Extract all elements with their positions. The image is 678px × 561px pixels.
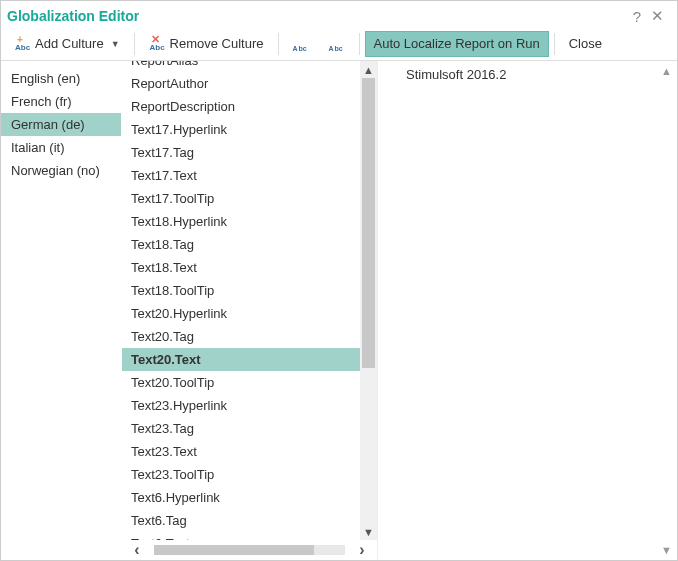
separator (359, 33, 360, 55)
properties-list: ReportAliasReportAuthorReportDescription… (122, 61, 377, 540)
culture-item[interactable]: French (fr) (1, 90, 121, 113)
property-item[interactable]: Text17.Text (122, 164, 377, 187)
add-culture-icon: +Abc (14, 36, 30, 52)
culture-item[interactable]: Italian (it) (1, 136, 121, 159)
scroll-thumb[interactable] (362, 78, 375, 368)
scroll-up-icon[interactable]: ▲ (661, 65, 672, 77)
property-item[interactable]: Text23.Hyperlink (122, 394, 377, 417)
property-item[interactable]: Text17.Tag (122, 141, 377, 164)
set-culture-button[interactable]: Abc (320, 31, 354, 57)
close-button[interactable]: Close (560, 31, 611, 57)
scroll-up-icon[interactable]: ▲ (360, 61, 377, 78)
culture-item[interactable]: English (en) (1, 67, 121, 90)
help-button[interactable]: ? (627, 6, 647, 26)
cultures-panel: English (en)French (fr)German (de)Italia… (1, 61, 122, 560)
separator (554, 33, 555, 55)
property-item[interactable]: Text23.Text (122, 440, 377, 463)
get-culture-button[interactable]: Abc (284, 31, 318, 57)
property-item[interactable]: Text18.Tag (122, 233, 377, 256)
auto-localize-button[interactable]: Auto Localize Report on Run (365, 31, 549, 57)
property-item[interactable]: ReportAuthor (122, 72, 377, 95)
get-culture-icon: Abc (293, 36, 309, 52)
scroll-track[interactable] (360, 78, 377, 523)
value-vscrollbar[interactable]: ▲ ▼ (658, 65, 675, 556)
properties-hscrollbar[interactable]: ‹ › (122, 540, 377, 560)
property-item[interactable]: Text6.Tag (122, 509, 377, 532)
window-title: Globalization Editor (7, 8, 627, 24)
scroll-down-icon[interactable]: ▼ (360, 523, 377, 540)
property-item[interactable]: Text18.Text (122, 256, 377, 279)
property-item[interactable]: Text23.ToolTip (122, 463, 377, 486)
remove-culture-label: Remove Culture (170, 36, 264, 51)
separator (134, 33, 135, 55)
property-item[interactable]: Text17.Hyperlink (122, 118, 377, 141)
property-item[interactable]: Text6.Text (122, 532, 377, 540)
remove-culture-icon: ✕Abc (149, 36, 165, 52)
properties-panel: ReportAliasReportAuthorReportDescription… (122, 61, 377, 560)
separator (278, 33, 279, 55)
scroll-right-icon[interactable]: › (347, 541, 377, 559)
title-bar: Globalization Editor ? ✕ (1, 1, 677, 27)
scroll-down-icon[interactable]: ▼ (661, 544, 672, 556)
property-item[interactable]: Text18.ToolTip (122, 279, 377, 302)
content-area: English (en)French (fr)German (de)Italia… (1, 61, 677, 560)
auto-localize-label: Auto Localize Report on Run (374, 36, 540, 51)
property-item[interactable]: Text20.Tag (122, 325, 377, 348)
property-item[interactable]: Text23.Tag (122, 417, 377, 440)
property-item[interactable]: Text20.ToolTip (122, 371, 377, 394)
close-label: Close (569, 36, 602, 51)
add-culture-button[interactable]: +Abc Add Culture ▼ (5, 31, 129, 57)
property-item[interactable]: Text20.Hyperlink (122, 302, 377, 325)
property-item[interactable]: Text17.ToolTip (122, 187, 377, 210)
properties-vscrollbar[interactable]: ▲ ▼ (360, 61, 377, 540)
property-item[interactable]: Text6.Hyperlink (122, 486, 377, 509)
close-window-button[interactable]: ✕ (647, 6, 667, 26)
chevron-down-icon: ▼ (111, 39, 120, 49)
scroll-left-icon[interactable]: ‹ (122, 541, 152, 559)
toolbar: +Abc Add Culture ▼ ✕Abc Remove Culture A… (1, 27, 677, 61)
property-item[interactable]: ReportAlias (122, 61, 377, 72)
culture-item[interactable]: Norwegian (no) (1, 159, 121, 182)
remove-culture-button[interactable]: ✕Abc Remove Culture (140, 31, 273, 57)
hscroll-thumb[interactable] (154, 545, 314, 555)
property-item[interactable]: Text20.Text (122, 348, 377, 371)
add-culture-label: Add Culture (35, 36, 104, 51)
value-panel: Stimulsoft 2016.2 ▲ ▼ (377, 61, 677, 560)
hscroll-track[interactable] (154, 545, 345, 555)
set-culture-icon: Abc (329, 36, 345, 52)
value-text[interactable]: Stimulsoft 2016.2 (406, 67, 667, 82)
property-item[interactable]: ReportDescription (122, 95, 377, 118)
property-item[interactable]: Text18.Hyperlink (122, 210, 377, 233)
culture-item[interactable]: German (de) (1, 113, 121, 136)
